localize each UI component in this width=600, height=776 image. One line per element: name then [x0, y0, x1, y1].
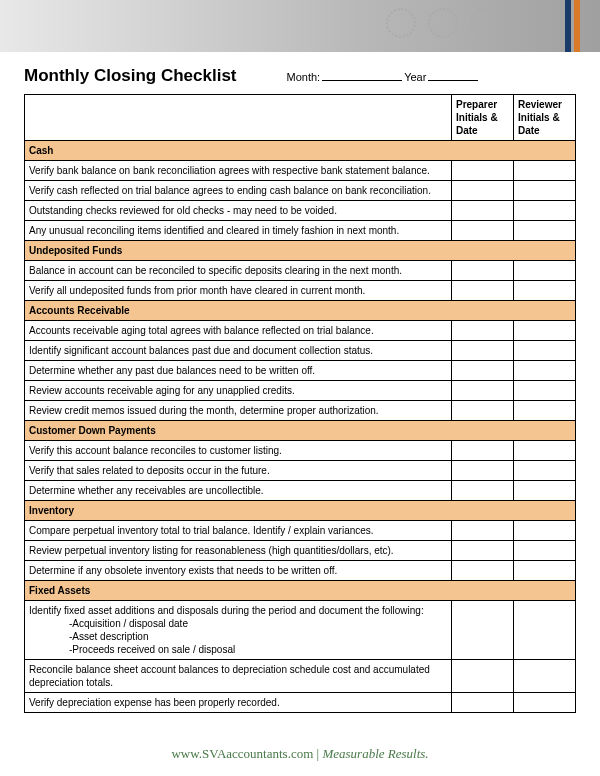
banner-accent-bars [565, 0, 580, 52]
section-header: Cash [25, 141, 576, 161]
checklist-row: Any unusual reconciling items identified… [25, 221, 576, 241]
checklist-row: Review credit memos issued during the mo… [25, 401, 576, 421]
checklist-row: Identify fixed asset additions and dispo… [25, 601, 576, 660]
reviewer-cell[interactable] [514, 321, 576, 341]
preparer-cell[interactable] [452, 161, 514, 181]
section-header: Accounts Receivable [25, 301, 576, 321]
checklist-row: Determine whether any receivables are un… [25, 481, 576, 501]
reviewer-cell[interactable] [514, 261, 576, 281]
checklist-row: Verify that sales related to deposits oc… [25, 461, 576, 481]
task-cell: Determine whether any receivables are un… [25, 481, 452, 501]
task-cell: Identify significant account balances pa… [25, 341, 452, 361]
month-field[interactable] [322, 69, 402, 81]
checklist-row: Review accounts receivable aging for any… [25, 381, 576, 401]
section-header: Fixed Assets [25, 581, 576, 601]
checklist-row: Verify this account balance reconciles t… [25, 441, 576, 461]
col-head-task [25, 95, 452, 141]
reviewer-cell[interactable] [514, 381, 576, 401]
preparer-cell[interactable] [452, 521, 514, 541]
task-cell: Verify all undeposited funds from prior … [25, 281, 452, 301]
reviewer-cell[interactable] [514, 561, 576, 581]
footer-site: www.SVAaccountants.com [171, 746, 313, 761]
reviewer-cell[interactable] [514, 541, 576, 561]
checklist-table: Preparer Initials & Date Reviewer Initia… [24, 94, 576, 713]
task-cell: Verify bank balance on bank reconciliati… [25, 161, 452, 181]
reviewer-cell[interactable] [514, 281, 576, 301]
reviewer-cell[interactable] [514, 481, 576, 501]
reviewer-cell[interactable] [514, 221, 576, 241]
document-header: Monthly Closing Checklist Month: Year [0, 52, 600, 94]
preparer-cell[interactable] [452, 660, 514, 693]
checklist-row: Verify cash reflected on trial balance a… [25, 181, 576, 201]
task-cell: Review credit memos issued during the mo… [25, 401, 452, 421]
task-cell: Identify fixed asset additions and dispo… [25, 601, 452, 660]
preparer-cell[interactable] [452, 441, 514, 461]
reviewer-cell[interactable] [514, 361, 576, 381]
task-cell: Review perpetual inventory listing for r… [25, 541, 452, 561]
section-header: Customer Down Payments [25, 421, 576, 441]
checklist-row: Verify depreciation expense has been pro… [25, 693, 576, 713]
task-cell: Accounts receivable aging total agrees w… [25, 321, 452, 341]
col-head-preparer: Preparer Initials & Date [452, 95, 514, 141]
checklist-row: Verify all undeposited funds from prior … [25, 281, 576, 301]
reviewer-cell[interactable] [514, 201, 576, 221]
task-cell: Reconcile balance sheet account balances… [25, 660, 452, 693]
preparer-cell[interactable] [452, 401, 514, 421]
preparer-cell[interactable] [452, 261, 514, 281]
task-cell: Compare perpetual inventory total to tri… [25, 521, 452, 541]
task-cell: Review accounts receivable aging for any… [25, 381, 452, 401]
reviewer-cell[interactable] [514, 181, 576, 201]
banner-decoration [386, 8, 500, 38]
preparer-cell[interactable] [452, 201, 514, 221]
task-cell: Any unusual reconciling items identified… [25, 221, 452, 241]
checklist-row: Accounts receivable aging total agrees w… [25, 321, 576, 341]
footer-slogan: Measurable Results. [322, 746, 428, 761]
preparer-cell[interactable] [452, 481, 514, 501]
preparer-cell[interactable] [452, 341, 514, 361]
checklist-row: Compare perpetual inventory total to tri… [25, 521, 576, 541]
preparer-cell[interactable] [452, 221, 514, 241]
page-footer: www.SVAaccountants.com | Measurable Resu… [0, 746, 600, 762]
header-banner [0, 0, 600, 52]
task-cell: Determine if any obsolete inventory exis… [25, 561, 452, 581]
checklist-row: Identify significant account balances pa… [25, 341, 576, 361]
task-cell: Outstanding checks reviewed for old chec… [25, 201, 452, 221]
reviewer-cell[interactable] [514, 441, 576, 461]
checklist-row: Verify bank balance on bank reconciliati… [25, 161, 576, 181]
preparer-cell[interactable] [452, 561, 514, 581]
task-cell: Verify cash reflected on trial balance a… [25, 181, 452, 201]
reviewer-cell[interactable] [514, 693, 576, 713]
col-head-reviewer: Reviewer Initials & Date [514, 95, 576, 141]
preparer-cell[interactable] [452, 361, 514, 381]
task-cell: Determine whether any past due balances … [25, 361, 452, 381]
preparer-cell[interactable] [452, 381, 514, 401]
reviewer-cell[interactable] [514, 341, 576, 361]
page-title: Monthly Closing Checklist [24, 66, 237, 86]
section-header: Undeposited Funds [25, 241, 576, 261]
preparer-cell[interactable] [452, 461, 514, 481]
reviewer-cell[interactable] [514, 461, 576, 481]
month-label: Month: [287, 71, 321, 83]
reviewer-cell[interactable] [514, 521, 576, 541]
section-header: Inventory [25, 501, 576, 521]
checklist-row: Determine if any obsolete inventory exis… [25, 561, 576, 581]
reviewer-cell[interactable] [514, 161, 576, 181]
reviewer-cell[interactable] [514, 401, 576, 421]
task-cell: Balance in account can be reconciled to … [25, 261, 452, 281]
checklist-row: Review perpetual inventory listing for r… [25, 541, 576, 561]
reviewer-cell[interactable] [514, 660, 576, 693]
checklist-row: Outstanding checks reviewed for old chec… [25, 201, 576, 221]
reviewer-cell[interactable] [514, 601, 576, 660]
checklist-row: Determine whether any past due balances … [25, 361, 576, 381]
preparer-cell[interactable] [452, 693, 514, 713]
preparer-cell[interactable] [452, 281, 514, 301]
year-label: Year [404, 71, 426, 83]
preparer-cell[interactable] [452, 181, 514, 201]
checklist-row: Balance in account can be reconciled to … [25, 261, 576, 281]
preparer-cell[interactable] [452, 541, 514, 561]
year-field[interactable] [428, 69, 478, 81]
task-cell: Verify this account balance reconciles t… [25, 441, 452, 461]
preparer-cell[interactable] [452, 601, 514, 660]
task-cell: Verify that sales related to deposits oc… [25, 461, 452, 481]
preparer-cell[interactable] [452, 321, 514, 341]
